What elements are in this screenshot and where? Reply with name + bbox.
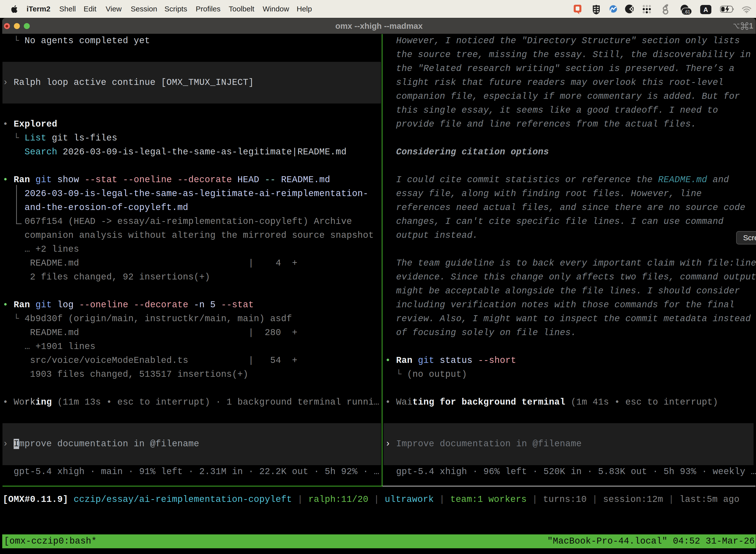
svg-text:A: A: [703, 6, 708, 13]
svg-text:..61: ..61: [683, 9, 690, 14]
